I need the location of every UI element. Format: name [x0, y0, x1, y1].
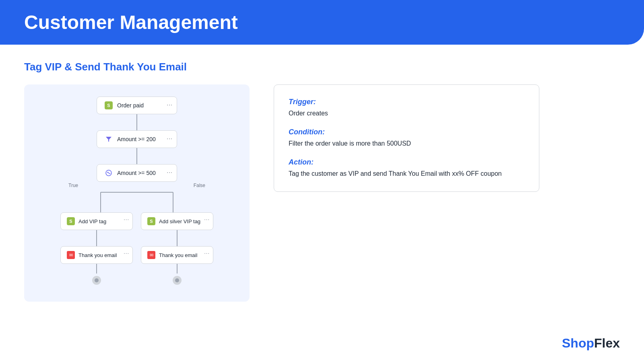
- section-title: Tag VIP & Send Thank You Email: [24, 61, 620, 73]
- connector-right-1: [177, 230, 178, 246]
- shopify-icon: [104, 101, 113, 110]
- thank-you-email-right-label: Thank you email: [159, 252, 197, 258]
- add-vip-tag-label: Add VIP tag: [78, 218, 106, 224]
- amount-500-label: Amount >= 500: [117, 170, 156, 176]
- branch-connector: [60, 188, 213, 212]
- trigger-label: Trigger:: [289, 98, 524, 106]
- connector-2: [136, 148, 137, 164]
- condition-icon: [104, 169, 113, 177]
- amount-200-label: Amount >= 200: [117, 136, 156, 142]
- thank-you-email-left-node[interactable]: ... Thank you email: [60, 246, 133, 264]
- email-icon-right: [147, 251, 156, 259]
- order-paid-node[interactable]: ... Order paid: [97, 97, 177, 114]
- connector-left-1: [96, 230, 97, 246]
- page-title: Customer Management: [24, 11, 620, 33]
- connector-left-2: [96, 264, 97, 274]
- svg-marker-0: [106, 137, 111, 142]
- node-menu-dots[interactable]: ...: [167, 100, 173, 107]
- amount-500-node[interactable]: ... Amount >= 500: [97, 164, 177, 182]
- action-label: Action:: [289, 158, 524, 167]
- thank-you-email-left-label: Thank you email: [78, 252, 117, 258]
- flow-inner: ... Order paid ... Amount >= 200: [32, 97, 242, 285]
- filter-icon: [104, 135, 113, 144]
- order-paid-label: Order paid: [117, 102, 144, 109]
- node-menu-dots[interactable]: ...: [124, 249, 129, 255]
- trigger-section: Trigger: Order creates: [289, 98, 524, 118]
- action-section: Action: Tag the customer as VIP and send…: [289, 158, 524, 179]
- branch-arms: ... Add VIP tag ...: [60, 212, 213, 285]
- condition-value: Filter the order value is more than 500U…: [289, 139, 524, 148]
- condition-label: Condition:: [289, 128, 524, 136]
- true-label: True: [68, 183, 78, 188]
- shopify-icon-vip: [66, 217, 75, 226]
- email-icon-left: [66, 251, 75, 259]
- action-value: Tag the customer as VIP and send Thank Y…: [289, 169, 524, 179]
- node-menu-dots[interactable]: ...: [124, 215, 129, 221]
- connector-1: [136, 114, 137, 130]
- branch-section: True False: [32, 182, 242, 285]
- right-branch: ... Add silver VIP tag ...: [141, 212, 213, 285]
- connector-right-2: [177, 264, 178, 274]
- end-circle-right: [173, 276, 182, 285]
- shopify-icon-silver: [147, 217, 156, 226]
- left-branch: ... Add VIP tag ...: [60, 212, 133, 285]
- main-content: Tag VIP & Send Thank You Email ... Order…: [0, 45, 644, 318]
- info-panel: Trigger: Order creates Condition: Filter…: [274, 84, 539, 192]
- add-silver-vip-tag-label: Add silver VIP tag: [159, 218, 200, 224]
- thank-you-email-right-node[interactable]: ... Thank you email: [141, 246, 213, 264]
- false-label: False: [194, 183, 205, 188]
- node-menu-dots[interactable]: ...: [167, 134, 173, 140]
- end-circle-left: [92, 276, 101, 285]
- node-menu-dots[interactable]: ...: [204, 215, 210, 221]
- add-silver-vip-tag-node[interactable]: ... Add silver VIP tag: [141, 212, 213, 230]
- flow-container: ... Order paid ... Amount >= 200: [24, 84, 250, 302]
- content-row: ... Order paid ... Amount >= 200: [24, 84, 620, 302]
- logo-shop: Shop: [562, 336, 594, 350]
- node-menu-dots[interactable]: ...: [204, 249, 210, 255]
- amount-200-node[interactable]: ... Amount >= 200: [97, 130, 177, 148]
- header: Customer Management: [0, 0, 644, 45]
- logo: ShopFlex: [562, 336, 620, 351]
- node-menu-dots[interactable]: ...: [167, 168, 173, 174]
- trigger-value: Order creates: [289, 109, 524, 118]
- add-vip-tag-node[interactable]: ... Add VIP tag: [60, 212, 133, 230]
- branch-labels: True False: [60, 183, 213, 188]
- logo-flex: Flex: [594, 336, 620, 350]
- condition-section: Condition: Filter the order value is mor…: [289, 128, 524, 148]
